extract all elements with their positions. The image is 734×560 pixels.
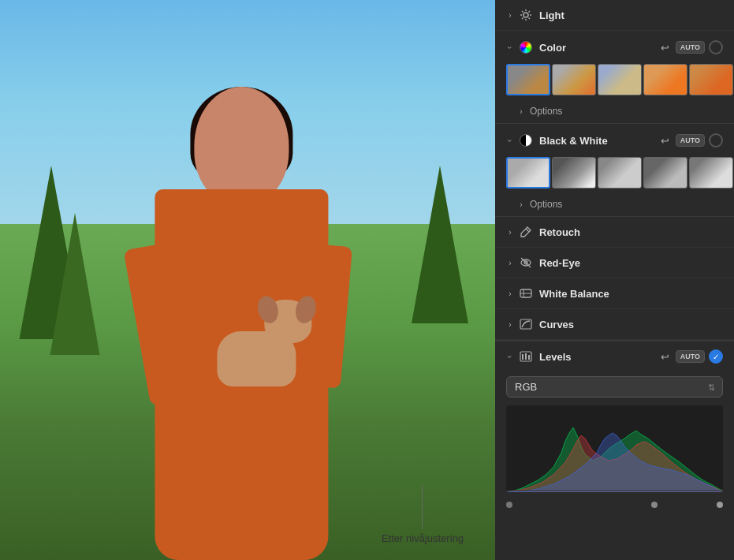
color-toggle-button[interactable] <box>709 40 723 54</box>
light-chevron <box>506 11 514 19</box>
rgb-select-wrapper: RGB Red Green Blue Luminance <box>495 371 734 402</box>
svg-line-9 <box>526 229 529 232</box>
bw-auto-badge[interactable]: AUTO <box>676 134 705 147</box>
bw-thumb-2[interactable] <box>598 157 642 189</box>
bw-thumb-0[interactable] <box>506 157 550 189</box>
dog-head <box>264 300 311 343</box>
color-options-chevron <box>517 107 525 115</box>
svg-rect-18 <box>522 354 523 360</box>
section-levels-header[interactable]: Levels ↩ AUTO <box>495 342 734 371</box>
color-actions: ↩ AUTO <box>659 40 723 54</box>
svg-line-5 <box>522 11 523 13</box>
bw-circle-icon <box>519 133 533 147</box>
person-figure <box>91 87 391 560</box>
section-bw-header[interactable]: Black & White ↩ AUTO <box>495 124 734 154</box>
svg-rect-19 <box>525 353 527 360</box>
levels-slider-black[interactable] <box>506 502 512 508</box>
wb-title: White Balance <box>539 288 723 300</box>
annotation-line <box>422 486 423 529</box>
levels-slider-white[interactable] <box>717 502 723 508</box>
bw-thumb-1[interactable] <box>552 157 596 189</box>
section-red-eye[interactable]: Red-Eye <box>495 248 734 278</box>
right-panel: Light Color ↩ AUTO Options <box>495 0 734 560</box>
svg-line-6 <box>529 18 531 20</box>
section-curves[interactable]: Curves <box>495 309 734 340</box>
color-thumbnail-strip <box>495 61 734 102</box>
red-eye-chevron <box>506 259 514 267</box>
levels-toggle-button[interactable] <box>709 349 723 364</box>
annotation-text: Etter nivåjustering <box>382 532 464 544</box>
color-undo-button[interactable]: ↩ <box>659 41 672 54</box>
section-retouch[interactable]: Retouch <box>495 217 734 248</box>
curves-title: Curves <box>539 319 723 330</box>
section-color-header[interactable]: Color ↩ AUTO <box>495 31 734 61</box>
levels-title: Levels <box>539 351 659 363</box>
section-white-balance[interactable]: White Balance <box>495 278 734 309</box>
bw-thumb-4[interactable] <box>689 157 733 189</box>
svg-line-7 <box>529 11 531 13</box>
bw-toggle-button[interactable] <box>709 133 723 147</box>
dog-figure <box>209 308 304 386</box>
retouch-chevron <box>506 228 514 236</box>
levels-undo-button[interactable]: ↩ <box>659 350 672 363</box>
red-eye-title: Red-Eye <box>539 257 723 269</box>
wb-icon <box>519 286 533 301</box>
color-thumb-4[interactable] <box>689 64 733 95</box>
bw-actions: ↩ AUTO <box>659 133 723 147</box>
panel-scroll-area[interactable]: Light Color ↩ AUTO Options <box>495 0 734 560</box>
annotation-container: Etter nivåjustering <box>382 486 464 544</box>
rgb-select[interactable]: RGB Red Green Blue Luminance <box>506 376 723 398</box>
levels-section: Levels ↩ AUTO RGB Red Green Blue Luminan… <box>495 341 734 514</box>
bw-title: Black & White <box>539 135 659 147</box>
bw-thumb-3[interactable] <box>643 157 687 189</box>
curves-chevron <box>506 320 514 328</box>
color-thumb-0[interactable] <box>506 64 550 95</box>
section-light[interactable]: Light <box>495 0 734 31</box>
color-options-row[interactable]: Options <box>495 102 734 123</box>
wb-chevron <box>506 289 514 297</box>
histogram-svg <box>506 405 723 492</box>
svg-rect-20 <box>528 355 530 360</box>
brush-icon <box>519 225 533 239</box>
eye-icon <box>519 256 533 270</box>
rgb-select-container: RGB Red Green Blue Luminance <box>506 376 723 398</box>
color-thumb-2[interactable] <box>598 64 642 95</box>
retouch-title: Retouch <box>539 226 723 238</box>
bw-options-chevron <box>517 200 525 208</box>
color-options-label: Options <box>530 106 562 117</box>
levels-auto-badge[interactable]: AUTO <box>676 350 705 363</box>
svg-line-8 <box>522 18 523 20</box>
color-title: Color <box>539 42 659 54</box>
bw-thumbnail-strip <box>495 154 734 195</box>
svg-point-0 <box>523 13 528 17</box>
bw-chevron <box>506 136 514 144</box>
sun-icon <box>519 8 533 22</box>
color-thumb-1[interactable] <box>552 64 596 95</box>
light-title: Light <box>539 9 723 21</box>
bw-options-row[interactable]: Options <box>495 195 734 216</box>
photo-area: Etter nivåjustering <box>0 0 495 560</box>
bw-options-label: Options <box>530 199 562 210</box>
color-thumb-3[interactable] <box>643 64 687 95</box>
histogram-container <box>506 405 723 492</box>
color-circle-icon <box>519 40 533 54</box>
levels-icon <box>519 349 533 364</box>
color-chevron <box>506 43 514 51</box>
person-head <box>194 87 289 205</box>
color-auto-badge[interactable]: AUTO <box>676 41 705 54</box>
curves-icon <box>519 317 533 331</box>
levels-slider-mid[interactable] <box>651 502 658 508</box>
levels-chevron <box>506 353 514 360</box>
levels-actions: ↩ AUTO <box>659 349 723 364</box>
histogram-sliders <box>495 498 734 514</box>
bw-undo-button[interactable]: ↩ <box>659 134 672 147</box>
